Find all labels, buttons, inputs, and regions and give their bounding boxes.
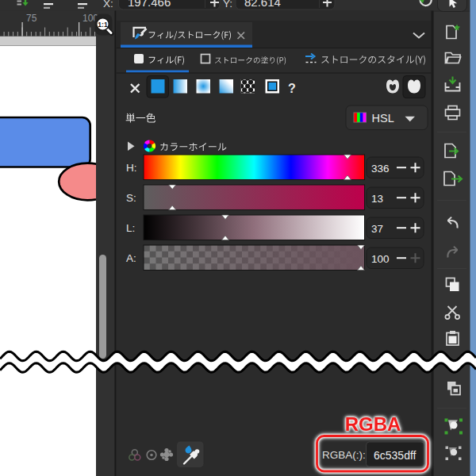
- svg-text:A:: A:: [126, 252, 136, 264]
- svg-text:S:: S:: [126, 192, 136, 204]
- svg-text:RGBA: RGBA: [345, 413, 401, 435]
- svg-text:HSL: HSL: [372, 112, 394, 125]
- svg-text:75: 75: [26, 13, 37, 24]
- svg-text:6c535dff: 6c535dff: [374, 449, 416, 462]
- svg-text:100: 100: [371, 253, 390, 265]
- svg-text:13: 13: [371, 193, 383, 205]
- svg-text:X:: X:: [103, 0, 113, 10]
- svg-text:37: 37: [371, 223, 383, 235]
- svg-text:82.614: 82.614: [244, 0, 281, 9]
- svg-text:336: 336: [371, 163, 390, 175]
- svg-text:?: ?: [288, 82, 296, 95]
- svg-text:Y:: Y:: [223, 0, 232, 10]
- svg-text:L:: L:: [126, 222, 135, 234]
- svg-text:1:1: 1:1: [98, 21, 108, 29]
- svg-text:H:: H:: [126, 162, 137, 174]
- svg-text:RGBA(:):: RGBA(:):: [322, 449, 366, 461]
- svg-text:197.466: 197.466: [128, 0, 171, 9]
